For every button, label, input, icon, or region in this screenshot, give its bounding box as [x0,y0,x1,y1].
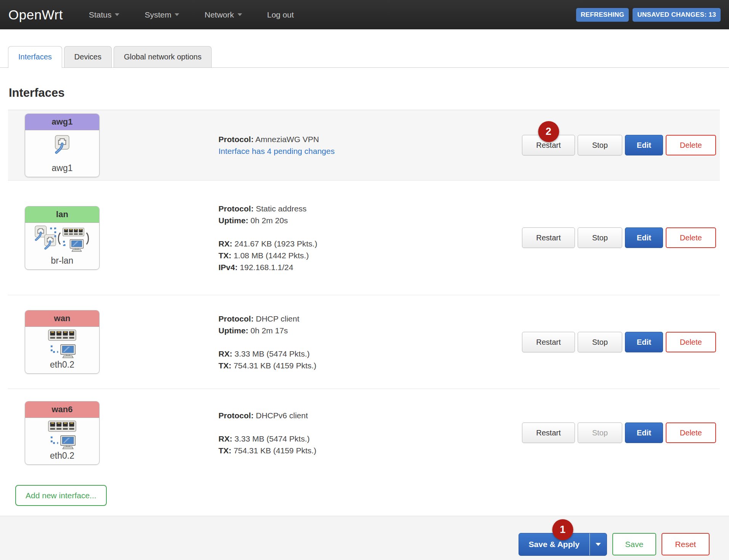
spacer [218,226,514,238]
interface-wan-actions: Restart Stop Edit Delete [522,332,720,352]
rx-value: 241.67 KB (1923 Pkts.) [234,239,317,248]
nav-menu-system[interactable]: System [145,10,179,19]
protocol-value: AmneziaWG VPN [255,135,319,144]
ipv4-line: IPv4: 192.168.1.1/24 [218,261,514,273]
uptime-label: Uptime: [218,326,248,335]
save-button[interactable]: Save [612,533,656,555]
caret-down-icon [175,13,179,16]
stop-button-awg1[interactable]: Stop [578,135,622,155]
switch-computer-icon [28,420,96,450]
rx-value: 3.33 MB (5474 Pkts.) [234,349,310,358]
interfaces-table: awg1 awg1 Protocol: AmneziaWG VPN Interf… [8,110,720,477]
save-apply-button[interactable]: Save & Apply [519,533,589,555]
interface-row-wan6: wan6 eth0.2 Protocol: DHCPv6 client RX: … [8,389,720,477]
reset-button[interactable]: Reset [662,533,710,555]
protocol-label: Protocol: [218,314,254,323]
interface-box-awg1: awg1 awg1 [25,114,100,177]
uptime-value: 0h 2m 20s [250,216,288,225]
uptime-line: Uptime: 0h 2m 20s [218,214,514,226]
page-title: Interfaces [9,86,729,100]
uptime-value: 0h 2m 17s [250,326,288,335]
interface-wan6-info: Protocol: DHCPv6 client RX: 3.33 MB (547… [218,410,522,456]
ethernet-port-icon [45,234,56,248]
nav-logout[interactable]: Log out [267,10,294,19]
save-apply-dropdown-toggle[interactable] [589,533,607,555]
openwrt-logo: OpenWrt [8,7,63,22]
device-label: br-lan [27,256,97,266]
protocol-value: DHCPv6 client [256,411,308,420]
protocol-label: Protocol: [218,411,254,420]
caret-down-icon [238,13,242,16]
nav-menu-network[interactable]: Network [204,10,242,19]
computer-icon [61,435,75,449]
interface-box-wan6: wan6 eth0.2 [25,401,100,465]
delete-button-awg1[interactable]: Delete [666,135,716,155]
device-label: eth0.2 [27,451,97,461]
protocol-value: DHCP client [256,314,299,323]
pending-changes-link[interactable]: Interface has 4 pending changes [218,145,335,157]
rx-label: RX: [218,239,232,248]
stop-button-lan[interactable]: Stop [578,227,622,248]
step-badge-1: 1 [552,519,573,540]
nav-menu-status[interactable]: Status [89,10,120,19]
ipv4-value: 192.168.1.1/24 [240,263,293,272]
interface-lan-icon-cell: lan br-lan [8,206,218,270]
interface-wan-info: Protocol: DHCP client Uptime: 0h 2m 17s … [218,313,522,371]
delete-button-wan[interactable]: Delete [666,332,716,352]
interface-awg1-info: Protocol: AmneziaWG VPN Interface has 4 … [218,133,522,157]
interface-box-lan: lan br-lan [25,206,100,270]
tab-global-network-options[interactable]: Global network options [114,46,212,67]
caret-down-icon [596,543,601,546]
interface-row-lan: lan br-lan Protocol: St [8,181,720,295]
interface-wan6-icon-body: eth0.2 [25,418,99,464]
computer-icon [70,239,83,251]
top-navbar: OpenWrt Status System Network Log out RE… [0,0,729,29]
device-label: awg1 [27,163,97,173]
restart-button-wan[interactable]: Restart [522,332,575,352]
stop-button-wan[interactable]: Stop [578,332,622,352]
rx-label: RX: [218,434,232,443]
rx-value: 3.33 MB (5474 Pkts.) [234,434,310,443]
edit-button-lan[interactable]: Edit [625,227,663,248]
interface-wan6-icon-cell: wan6 eth0.2 [8,401,218,465]
rx-label: RX: [218,349,232,358]
tx-label: TX: [218,446,231,455]
nav-menu-status-label: Status [89,10,112,19]
unsaved-changes-badge[interactable]: UNSAVED CHANGES: 13 [633,8,721,22]
add-new-interface-button[interactable]: Add new interface... [15,485,107,506]
uptime-label: Uptime: [218,216,248,225]
navbar-status-badges: REFRESHING UNSAVED CHANGES: 13 [576,8,721,22]
tab-devices[interactable]: Devices [64,46,112,67]
switch-computer-icon [28,329,96,359]
edit-button-wan6[interactable]: Edit [625,422,663,443]
interface-wan6-actions: Restart Stop Edit Delete [522,422,720,443]
interface-awg1-icon-cell: awg1 awg1 [8,114,218,177]
restart-button-wan6[interactable]: Restart [522,422,575,443]
protocol-label: Protocol: [218,135,254,144]
tx-value: 754.31 KB (4159 Pkts.) [234,361,316,370]
delete-button-lan[interactable]: Delete [666,227,716,248]
refreshing-badge[interactable]: REFRESHING [576,8,629,22]
interface-name-wan: wan [25,310,99,327]
edit-button-wan[interactable]: Edit [625,332,663,352]
switch-icon [48,330,76,341]
interface-lan-icon-body: br-lan [25,223,99,269]
tx-label: TX: [218,251,231,260]
interface-row-awg1: awg1 awg1 Protocol: AmneziaWG VPN Interf… [8,110,720,181]
tx-label: TX: [218,361,231,370]
stop-button-wan6[interactable]: Stop [578,422,622,443]
switch-icon [63,228,84,236]
tx-value: 754.31 KB (4159 Pkts.) [234,446,316,455]
protocol-label: Protocol: [218,204,254,213]
footer-action-bar: 1 Save & Apply Save Reset [0,516,729,560]
caret-down-icon [115,13,119,16]
tab-interfaces[interactable]: Interfaces [8,46,62,68]
restart-button-lan[interactable]: Restart [522,227,575,248]
delete-button-wan6[interactable]: Delete [666,422,716,443]
interface-name-wan6: wan6 [25,402,99,418]
edit-button-awg1[interactable]: Edit [625,135,663,155]
interface-lan-actions: Restart Stop Edit Delete [522,227,720,248]
bridge-icon [28,225,96,255]
spacer [218,336,514,348]
spacer [218,421,514,433]
